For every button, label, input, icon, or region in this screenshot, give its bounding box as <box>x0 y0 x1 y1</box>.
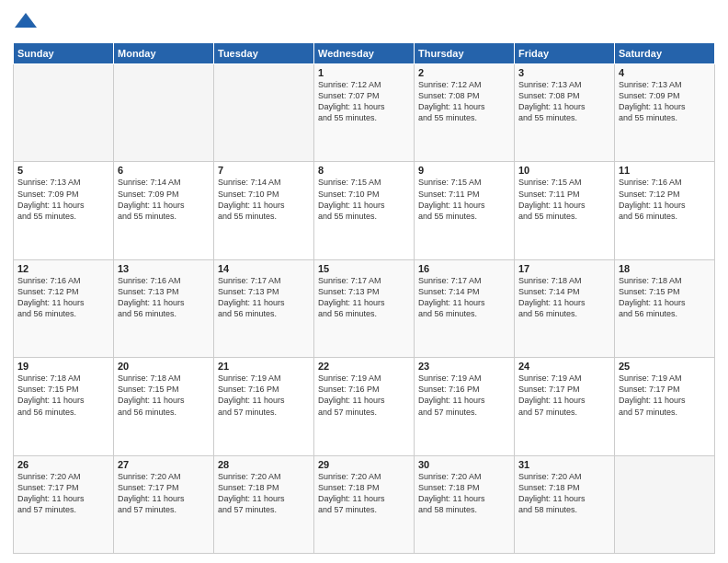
week-row-1: 5Sunrise: 7:13 AM Sunset: 7:09 PM Daylig… <box>14 162 715 259</box>
header-cell-sunday: Sunday <box>14 43 114 64</box>
calendar-table: SundayMondayTuesdayWednesdayThursdayFrid… <box>13 42 715 554</box>
day-cell: 16Sunrise: 7:17 AM Sunset: 7:14 PM Dayli… <box>415 259 515 357</box>
day-info: Sunrise: 7:16 AM Sunset: 7:12 PM Dayligh… <box>17 275 109 320</box>
day-info: Sunrise: 7:16 AM Sunset: 7:12 PM Dayligh… <box>619 177 711 222</box>
day-cell <box>14 64 114 162</box>
day-number: 15 <box>318 263 410 274</box>
day-number: 5 <box>17 165 109 176</box>
calendar-body: 1Sunrise: 7:12 AM Sunset: 7:07 PM Daylig… <box>14 64 715 554</box>
day-cell: 30Sunrise: 7:20 AM Sunset: 7:18 PM Dayli… <box>415 455 515 553</box>
day-cell: 7Sunrise: 7:14 AM Sunset: 7:10 PM Daylig… <box>214 162 314 259</box>
page: SundayMondayTuesdayWednesdayThursdayFrid… <box>0 0 728 563</box>
day-number: 26 <box>17 459 109 470</box>
day-number: 3 <box>518 67 610 78</box>
week-row-4: 26Sunrise: 7:20 AM Sunset: 7:17 PM Dayli… <box>14 455 715 553</box>
day-cell: 24Sunrise: 7:19 AM Sunset: 7:17 PM Dayli… <box>515 358 615 455</box>
day-number: 25 <box>619 361 711 372</box>
day-info: Sunrise: 7:13 AM Sunset: 7:09 PM Dayligh… <box>619 79 711 124</box>
day-cell: 25Sunrise: 7:19 AM Sunset: 7:17 PM Dayli… <box>615 358 715 455</box>
day-cell: 17Sunrise: 7:18 AM Sunset: 7:14 PM Dayli… <box>515 259 615 357</box>
day-info: Sunrise: 7:19 AM Sunset: 7:17 PM Dayligh… <box>619 373 711 418</box>
header-cell-friday: Friday <box>515 43 615 64</box>
day-number: 6 <box>118 165 210 176</box>
day-cell: 4Sunrise: 7:13 AM Sunset: 7:09 PM Daylig… <box>615 64 715 162</box>
day-number: 29 <box>318 459 410 470</box>
day-info: Sunrise: 7:19 AM Sunset: 7:16 PM Dayligh… <box>218 373 310 418</box>
day-info: Sunrise: 7:13 AM Sunset: 7:09 PM Dayligh… <box>17 177 109 222</box>
day-info: Sunrise: 7:13 AM Sunset: 7:08 PM Dayligh… <box>518 79 610 124</box>
day-info: Sunrise: 7:20 AM Sunset: 7:18 PM Dayligh… <box>418 471 510 516</box>
day-number: 9 <box>418 165 510 176</box>
header <box>13 9 715 35</box>
day-info: Sunrise: 7:15 AM Sunset: 7:11 PM Dayligh… <box>518 177 610 222</box>
day-cell: 18Sunrise: 7:18 AM Sunset: 7:15 PM Dayli… <box>615 259 715 357</box>
day-number: 28 <box>218 459 310 470</box>
day-number: 20 <box>118 361 210 372</box>
day-info: Sunrise: 7:19 AM Sunset: 7:16 PM Dayligh… <box>318 373 410 418</box>
day-number: 4 <box>619 67 711 78</box>
day-info: Sunrise: 7:12 AM Sunset: 7:07 PM Dayligh… <box>318 79 410 124</box>
day-cell: 2Sunrise: 7:12 AM Sunset: 7:08 PM Daylig… <box>415 64 515 162</box>
day-number: 11 <box>619 165 711 176</box>
day-cell: 3Sunrise: 7:13 AM Sunset: 7:08 PM Daylig… <box>515 64 615 162</box>
day-info: Sunrise: 7:17 AM Sunset: 7:13 PM Dayligh… <box>318 275 410 320</box>
header-cell-wednesday: Wednesday <box>314 43 415 64</box>
day-cell: 13Sunrise: 7:16 AM Sunset: 7:13 PM Dayli… <box>114 259 214 357</box>
day-info: Sunrise: 7:14 AM Sunset: 7:10 PM Dayligh… <box>218 177 310 222</box>
day-info: Sunrise: 7:18 AM Sunset: 7:15 PM Dayligh… <box>118 373 210 418</box>
day-cell: 22Sunrise: 7:19 AM Sunset: 7:16 PM Dayli… <box>314 358 415 455</box>
day-cell: 10Sunrise: 7:15 AM Sunset: 7:11 PM Dayli… <box>515 162 615 259</box>
day-cell: 20Sunrise: 7:18 AM Sunset: 7:15 PM Dayli… <box>114 358 214 455</box>
day-number: 13 <box>118 263 210 274</box>
day-info: Sunrise: 7:12 AM Sunset: 7:08 PM Dayligh… <box>418 79 510 124</box>
logo-icon <box>13 9 39 35</box>
day-number: 31 <box>518 459 610 470</box>
day-number: 21 <box>218 361 310 372</box>
day-cell: 6Sunrise: 7:14 AM Sunset: 7:09 PM Daylig… <box>114 162 214 259</box>
day-number: 14 <box>218 263 310 274</box>
day-info: Sunrise: 7:18 AM Sunset: 7:14 PM Dayligh… <box>518 275 610 320</box>
day-number: 23 <box>418 361 510 372</box>
header-cell-saturday: Saturday <box>615 43 715 64</box>
day-cell: 28Sunrise: 7:20 AM Sunset: 7:18 PM Dayli… <box>214 455 314 553</box>
day-cell: 15Sunrise: 7:17 AM Sunset: 7:13 PM Dayli… <box>314 259 415 357</box>
day-cell: 26Sunrise: 7:20 AM Sunset: 7:17 PM Dayli… <box>14 455 114 553</box>
header-row: SundayMondayTuesdayWednesdayThursdayFrid… <box>14 43 715 64</box>
day-info: Sunrise: 7:20 AM Sunset: 7:18 PM Dayligh… <box>318 471 410 516</box>
day-cell <box>214 64 314 162</box>
week-row-2: 12Sunrise: 7:16 AM Sunset: 7:12 PM Dayli… <box>14 259 715 357</box>
header-cell-monday: Monday <box>114 43 214 64</box>
day-info: Sunrise: 7:20 AM Sunset: 7:17 PM Dayligh… <box>17 471 109 516</box>
day-number: 18 <box>619 263 711 274</box>
header-cell-thursday: Thursday <box>415 43 515 64</box>
day-number: 30 <box>418 459 510 470</box>
week-row-3: 19Sunrise: 7:18 AM Sunset: 7:15 PM Dayli… <box>14 358 715 455</box>
day-number: 24 <box>518 361 610 372</box>
day-cell: 12Sunrise: 7:16 AM Sunset: 7:12 PM Dayli… <box>14 259 114 357</box>
day-cell: 1Sunrise: 7:12 AM Sunset: 7:07 PM Daylig… <box>314 64 415 162</box>
header-cell-tuesday: Tuesday <box>214 43 314 64</box>
day-info: Sunrise: 7:18 AM Sunset: 7:15 PM Dayligh… <box>619 275 711 320</box>
day-number: 2 <box>418 67 510 78</box>
day-cell: 5Sunrise: 7:13 AM Sunset: 7:09 PM Daylig… <box>14 162 114 259</box>
day-info: Sunrise: 7:19 AM Sunset: 7:17 PM Dayligh… <box>518 373 610 418</box>
day-info: Sunrise: 7:17 AM Sunset: 7:14 PM Dayligh… <box>418 275 510 320</box>
day-number: 22 <box>318 361 410 372</box>
day-cell: 14Sunrise: 7:17 AM Sunset: 7:13 PM Dayli… <box>214 259 314 357</box>
day-cell: 27Sunrise: 7:20 AM Sunset: 7:17 PM Dayli… <box>114 455 214 553</box>
day-info: Sunrise: 7:20 AM Sunset: 7:18 PM Dayligh… <box>518 471 610 516</box>
day-number: 19 <box>17 361 109 372</box>
day-number: 1 <box>318 67 410 78</box>
day-number: 10 <box>518 165 610 176</box>
day-number: 17 <box>518 263 610 274</box>
calendar-header: SundayMondayTuesdayWednesdayThursdayFrid… <box>14 43 715 64</box>
day-cell: 9Sunrise: 7:15 AM Sunset: 7:11 PM Daylig… <box>415 162 515 259</box>
day-info: Sunrise: 7:18 AM Sunset: 7:15 PM Dayligh… <box>17 373 109 418</box>
day-cell: 31Sunrise: 7:20 AM Sunset: 7:18 PM Dayli… <box>515 455 615 553</box>
day-number: 27 <box>118 459 210 470</box>
logo <box>13 9 42 35</box>
day-number: 12 <box>17 263 109 274</box>
day-cell: 21Sunrise: 7:19 AM Sunset: 7:16 PM Dayli… <box>214 358 314 455</box>
day-cell <box>114 64 214 162</box>
day-info: Sunrise: 7:19 AM Sunset: 7:16 PM Dayligh… <box>418 373 510 418</box>
